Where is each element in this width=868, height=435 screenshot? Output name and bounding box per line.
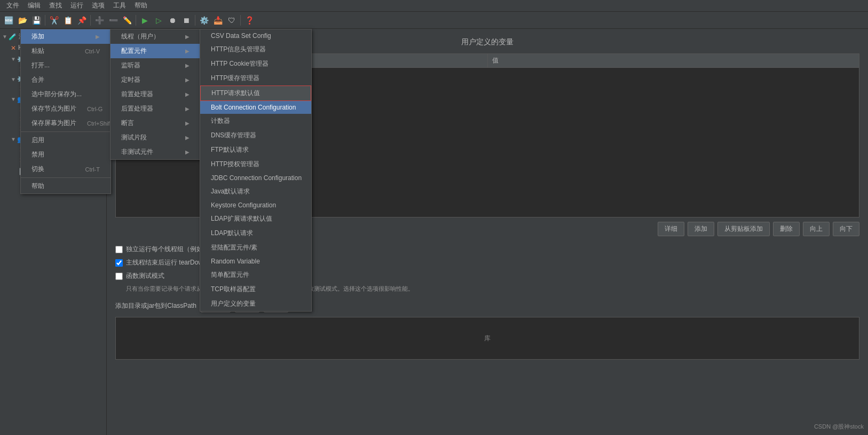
add-var-button[interactable]: 添加 [688,222,714,236]
menu-l3-httpinfo[interactable]: HTTP信息头管理器 [200,42,311,57]
save-button[interactable]: 💾 [30,14,43,27]
menu-l3-counter[interactable]: 计数器 [200,114,311,128]
run-remote-button[interactable]: ▷ [152,14,165,27]
menu-l3-httpcookie[interactable]: HTTP Cookie管理器 [200,57,311,71]
arrow-assert: ▶ [185,120,190,126]
menu-l3-ldapdefault[interactable]: LDAP默认请求 [200,226,311,240]
menu-l3-random[interactable]: Random Variable [200,255,311,268]
menu-run[interactable]: 运行 [66,0,88,11]
down-button[interactable]: 向下 [833,222,859,236]
menu-l1-open[interactable]: 打开... [21,58,111,73]
menu-l2-assert[interactable]: 断言 ▶ [111,116,200,130]
menu-l3-httpcache[interactable]: HTTP缓存管理器 [200,71,311,86]
menu-l2-config[interactable]: 配置元件 ▶ [111,44,200,58]
option-functional-label: 函数测试模式 [126,271,164,281]
context-menu-l1[interactable]: 添加 ▶ 粘贴 Ctrl-V 打开... 合并 选中部分保存为... 保存节点为… [20,29,111,194]
menu-l3-ftpdefault[interactable]: FTP默认请求 [200,143,311,157]
checkbox-teardown[interactable] [115,259,123,267]
menu-edit[interactable]: 编辑 [23,0,45,11]
separator-2 [90,15,91,26]
menu-l3-javadefault[interactable]: Java默认请求 [200,184,311,199]
setup-arrow: ▼ [11,56,17,62]
arrow-preproc: ▶ [185,91,190,97]
menu-l1-savescreen[interactable]: 保存屏幕为图片 Ctrl+Shift-G [21,116,111,130]
new-button[interactable]: 🆕 [2,14,15,27]
menu-l1-savenode[interactable]: 保存节点为图片 Ctrl-G [21,102,111,116]
arrow-nontest: ▶ [185,149,190,155]
menu-l3-tcp[interactable]: TCP取样器配置 [200,282,311,297]
cut-button[interactable]: ✂️ [48,14,60,27]
menu-l3-httpdefault[interactable]: HTTP请求默认值 [200,86,311,101]
http1-icon: ✕ [11,44,16,52]
settings-button[interactable]: ⚙️ [198,14,210,27]
menu-l1-help[interactable]: 帮助 [21,179,111,193]
menu-l3-uservar[interactable]: 用户定义的变量 [200,297,311,311]
menu-l3-bolt[interactable]: Bolt Connection Configuration [200,101,311,114]
menu-l3-ldapextended[interactable]: LDAP扩展请求默认值 [200,212,311,226]
separator-1 [45,15,45,26]
menu-l1-toggle[interactable]: 切换 Ctrl-T [21,162,111,176]
delete-var-button[interactable]: 删除 [773,222,800,236]
arrow-postproc: ▶ [185,106,190,112]
menu-l3-simple[interactable]: 简单配置元件 [200,268,311,282]
arrow-thread: ▶ [185,34,190,40]
context-menu-l3[interactable]: CSV Data Set Config HTTP信息头管理器 HTTP Cook… [200,29,312,312]
paste-add-button[interactable]: 从剪贴板添加 [717,222,770,236]
separator-4 [195,15,195,26]
minus-button[interactable]: ➖ [107,14,120,27]
shield-button[interactable]: 🛡 [225,14,238,27]
arrow-listener: ▶ [185,63,190,68]
menu-l1-savepartial[interactable]: 选中部分保存为... [21,87,111,102]
checkbox-functional[interactable] [115,273,123,280]
menu-l1-enable[interactable]: 启用 [21,133,111,147]
menu-l3-httpauth[interactable]: HTTP授权管理器 [200,157,311,172]
arrow-fragment: ▶ [185,135,190,141]
arrow-config: ▶ [185,48,190,54]
add-button[interactable]: ➕ [93,14,106,27]
testplan-icon: 🧪 [9,33,17,41]
open-button[interactable]: 📂 [16,14,29,27]
stop-circle-button[interactable]: ⏺ [166,14,179,27]
menu-l1-disable[interactable]: 禁用 [21,147,111,162]
tg2-arrow: ▼ [11,136,17,142]
up-button[interactable]: 向上 [803,222,830,236]
toolbar: 🆕 📂 💾 ✂️ 📋 📌 ➕ ➖ ✏️ ▶ ▷ ⏺ ⏹ ⚙️ 📥 🛡 ❓ [0,12,868,29]
draw-button[interactable]: ✏️ [121,14,133,27]
menu-l1-add[interactable]: 添加 ▶ [21,29,111,44]
menu-l3-jdbc[interactable]: JDBC Connection Configuration [200,172,311,184]
menu-help[interactable]: 帮助 [130,0,152,11]
copy-button[interactable]: 📋 [61,14,74,27]
shortcut-toggle: Ctrl-T [85,166,100,173]
menu-l2-nontest[interactable]: 非测试元件 ▶ [111,145,200,159]
import-button[interactable]: 📥 [211,14,224,27]
watermark: CSDN @股神stock [814,423,864,431]
menu-tools[interactable]: 工具 [109,0,130,11]
run-button[interactable]: ▶ [138,14,151,27]
menu-l2-listener[interactable]: 监听器 ▶ [111,58,200,73]
arrow-add: ▶ [96,34,100,40]
library-label: 库 [484,334,491,343]
menu-l2-timer[interactable]: 定时器 ▶ [111,73,200,87]
menu-options[interactable]: 选项 [88,0,109,11]
detail-button[interactable]: 详细 [658,222,684,236]
menu-l3-keystore[interactable]: Keystore Configuration [200,199,311,212]
teardown-arrow: ▼ [11,76,17,82]
menu-l2-fragment[interactable]: 测试片段 ▶ [111,130,200,145]
menu-l3-dnscache[interactable]: DNS缓存管理器 [200,128,311,143]
checkbox-independent[interactable] [115,246,123,253]
menu-l3-login[interactable]: 登陆配置元件/素 [200,240,311,255]
paste-button[interactable]: 📌 [75,14,88,27]
menu-l2-preproc[interactable]: 前置处理器 ▶ [111,87,200,102]
tg1-arrow: ▼ [11,96,17,102]
menu-l1-paste[interactable]: 粘贴 Ctrl-V [21,44,111,58]
menu-l2-thread[interactable]: 线程（用户） ▶ [111,29,200,44]
menu-l1-merge[interactable]: 合并 [21,73,111,87]
menu-l2-postproc[interactable]: 后置处理器 ▶ [111,102,200,116]
help-button[interactable]: ❓ [243,14,256,27]
menu-file[interactable]: 文件 [2,0,23,11]
tree-arrow-testplan: ▼ [2,34,9,40]
stop-button[interactable]: ⏹ [180,14,193,27]
menu-find[interactable]: 查找 [45,0,66,11]
context-menu-l2[interactable]: 线程（用户） ▶ 配置元件 ▶ 监听器 ▶ 定时器 ▶ 前置处理器 ▶ 后置处理… [110,29,201,160]
menu-l3-csv[interactable]: CSV Data Set Config [200,29,311,42]
